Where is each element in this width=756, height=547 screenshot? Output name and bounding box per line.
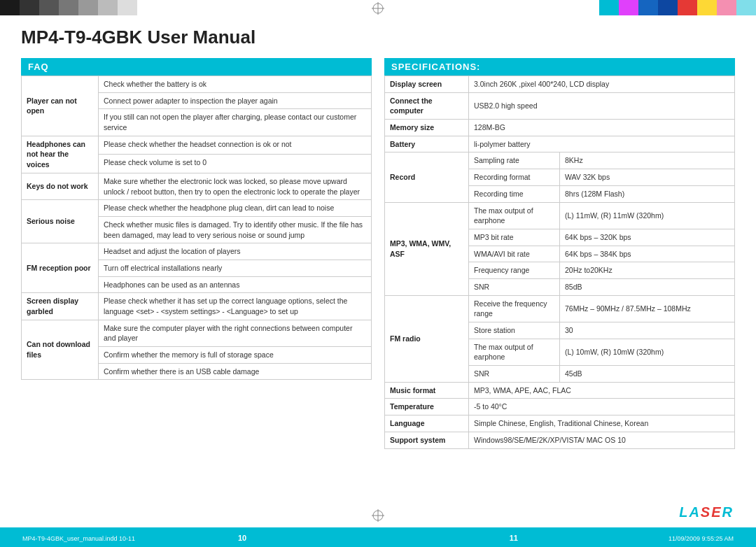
spec-sub-label: Frequency range — [469, 262, 560, 279]
table-row: FM reception poor Headset and adjust the… — [22, 243, 372, 260]
page-number-right: 11 — [510, 534, 518, 542]
spec-value: -5 to 40°C — [469, 399, 735, 415]
swatch-pink — [717, 0, 736, 15]
faq-section: FAQ Player can not open Check whether th… — [21, 58, 372, 380]
top-swatches-left — [0, 0, 378, 15]
solution-cell: Confirm whether there is an USB cable da… — [99, 363, 372, 380]
solution-cell: Turn off electrical installations nearly — [99, 260, 372, 276]
two-column-layout: FAQ Player can not open Check whether th… — [21, 58, 735, 449]
spec-label: Battery — [385, 136, 469, 152]
solution-cell: Make sure whether the electronic lock wa… — [99, 173, 372, 199]
spec-value: 30 — [560, 322, 735, 339]
table-row: Memory size 128M-BG — [385, 120, 735, 136]
spec-value: WAV 32K bps — [560, 169, 735, 186]
swatch-3 — [39, 0, 59, 15]
spec-value: 64K bps – 320K bps — [560, 229, 735, 246]
spec-label-record: Record — [385, 152, 469, 202]
table-row: FM radio Receive the frequency range 76M… — [385, 295, 735, 322]
table-row: Serious noise Please check whether the h… — [22, 200, 372, 217]
spec-label: Music format — [385, 382, 469, 399]
spec-sub-label: SNR — [469, 366, 560, 383]
issue-download: Can not download files — [22, 320, 99, 380]
table-row: Language Simple Chinese, English, Tradit… — [385, 415, 735, 432]
issue-noise: Serious noise — [22, 200, 99, 243]
solution-cell: Check whether music files is damaged. Tr… — [99, 216, 372, 243]
spec-label: Support system — [385, 432, 469, 448]
table-row: MP3, WMA, WMV, ASF The max output of ear… — [385, 202, 735, 229]
solution-cell: Connect power adapter to inspection the … — [99, 92, 372, 109]
swatch-4 — [59, 0, 78, 15]
swatch-2 — [20, 0, 39, 15]
date-info: 11/09/2009 9:55:25 AM — [668, 535, 734, 542]
spec-sub-label: Recording format — [469, 169, 560, 186]
swatch-yellow — [697, 0, 717, 15]
table-row: Record Sampling rate 8KHz — [385, 152, 735, 169]
page-number-left: 10 — [238, 534, 246, 542]
solution-cell: Headset and adjust the location of playe… — [99, 243, 372, 260]
spec-value: 45dB — [560, 366, 735, 383]
spec-sub-label: The max output of earphone — [469, 202, 560, 229]
swatch-ltcyan — [736, 0, 756, 15]
swatch-red — [678, 0, 697, 15]
reg-mark-top — [372, 2, 384, 16]
table-row: Keys do not work Make sure whether the e… — [22, 173, 372, 199]
solution-cell: Make sure the computer player with the r… — [99, 320, 372, 346]
issue-player-open: Player can not open — [22, 76, 99, 136]
swatch-magenta — [619, 0, 638, 15]
spec-label: Connect the computer — [385, 92, 469, 119]
spec-value: Windows98/SE/ME/2K/XP/VISTA/ MAC OS 10 — [469, 432, 735, 448]
swatch-blue — [638, 0, 658, 15]
spec-value: li-polymer battery — [469, 136, 735, 152]
issue-keys: Keys do not work — [22, 173, 99, 199]
reg-mark-bottom — [372, 509, 384, 523]
swatch-7 — [118, 0, 137, 15]
solution-cell: Confirm whether the memory is full of st… — [99, 347, 372, 364]
spec-sub-label: Sampling rate — [469, 152, 560, 169]
swatch-6 — [98, 0, 118, 15]
solution-cell: Please check volume is set to 0 — [99, 155, 372, 173]
table-row: Battery li-polymer battery — [385, 136, 735, 152]
spec-label: Memory size — [385, 120, 469, 136]
solution-cell: Headphones can be used as an antennas — [99, 276, 372, 293]
spec-value: 20Hz to20KHz — [560, 262, 735, 279]
solution-cell: Please check whether the headset connect… — [99, 136, 372, 155]
spec-sub-label: Receive the frequency range — [469, 295, 560, 322]
swatch-5 — [78, 0, 98, 15]
solution-cell: Check whether the battery is ok — [99, 76, 372, 93]
table-row: Support system Windows98/SE/ME/2K/XP/VIS… — [385, 432, 735, 448]
faq-header: FAQ — [21, 58, 372, 76]
spec-sub-label: Recording time — [469, 185, 560, 202]
spec-label: Temperature — [385, 399, 469, 415]
specs-table: Display screen 3.0inch 260K ,pixel 400*2… — [384, 76, 735, 449]
spec-sub-label: SNR — [469, 278, 560, 295]
swatch-darkblue — [658, 0, 678, 15]
spec-value: (L) 11mW, (R) 11mW (320hm) — [560, 202, 735, 229]
table-row: Player can not open Check whether the ba… — [22, 76, 372, 93]
solution-cell: Please check whether the headphone plug … — [99, 200, 372, 217]
spec-sub-label: The max output of earphone — [469, 339, 560, 365]
spec-value: MP3, WMA, APE, AAC, FLAC — [469, 382, 735, 399]
issue-screen: Screen display garbled — [22, 293, 99, 320]
file-info: MP4-T9-4GBK_user_manual.indd 10-11 — [22, 535, 135, 542]
spec-label-fm: FM radio — [385, 295, 469, 382]
spec-label: Display screen — [385, 76, 469, 93]
spec-value: USB2.0 high speed — [469, 92, 735, 119]
spec-value: 8KHz — [560, 152, 735, 169]
main-content: MP4-T9-4GBK User Manual FAQ Player can n… — [21, 21, 735, 523]
laser-logo: LASER — [679, 504, 734, 520]
swatch-cyan — [599, 0, 619, 15]
spec-sub-label: WMA/AVI bit rate — [469, 246, 560, 262]
spec-value: 8hrs (128M Flash) — [560, 185, 735, 202]
table-row: Temperature -5 to 40°C — [385, 399, 735, 415]
page-title: MP4-T9-4GBK User Manual — [21, 27, 735, 48]
spec-value: 85dB — [560, 278, 735, 295]
table-row: Music format MP3, WMA, APE, AAC, FLAC — [385, 382, 735, 399]
spec-value: 128M-BG — [469, 120, 735, 136]
spec-value: 3.0inch 260K ,pixel 400*240, LCD display — [469, 76, 735, 93]
table-row: Screen display garbled Please check whet… — [22, 293, 372, 320]
solution-cell: If you still can not open the player aft… — [99, 109, 372, 136]
top-swatches-right — [378, 0, 756, 15]
issue-headphones: Headphones can not hear the voices — [22, 136, 99, 173]
issue-fm: FM reception poor — [22, 243, 99, 293]
solution-cell: Please check whether it has set up the c… — [99, 293, 372, 320]
